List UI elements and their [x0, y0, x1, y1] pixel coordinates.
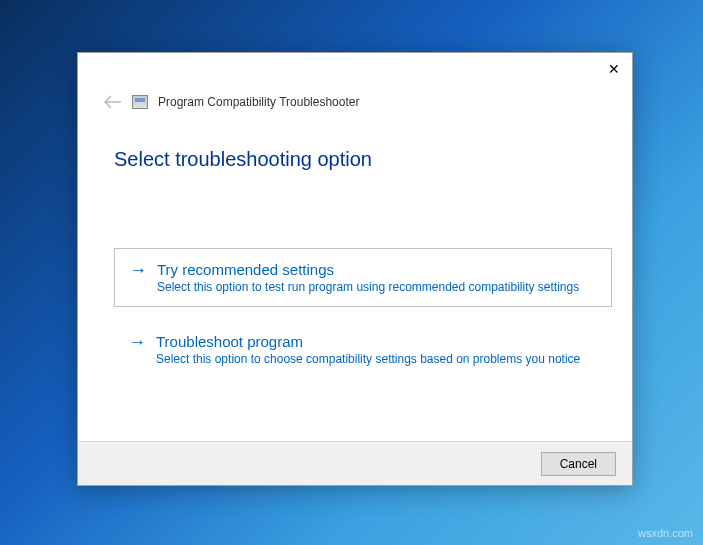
back-arrow-icon[interactable]	[104, 95, 122, 109]
cancel-button[interactable]: Cancel	[541, 452, 616, 476]
option-troubleshoot-program[interactable]: → Troubleshoot program Select this optio…	[114, 321, 612, 378]
option-text: Try recommended settings Select this opt…	[157, 261, 597, 294]
dialog-footer: Cancel	[78, 441, 632, 485]
close-button[interactable]: ✕	[604, 59, 624, 79]
options-list: → Try recommended settings Select this o…	[114, 248, 612, 392]
dialog-header: Program Compatibility Troubleshooter	[104, 95, 359, 109]
watermark: wsxdn.com	[638, 527, 693, 539]
arrow-right-icon: →	[129, 261, 147, 279]
option-title: Try recommended settings	[157, 261, 597, 278]
dialog-title: Program Compatibility Troubleshooter	[158, 95, 359, 109]
option-title: Troubleshoot program	[156, 333, 598, 350]
option-try-recommended[interactable]: → Try recommended settings Select this o…	[114, 248, 612, 307]
troubleshooter-icon	[132, 95, 148, 109]
option-description: Select this option to choose compatibili…	[156, 352, 598, 366]
option-text: Troubleshoot program Select this option …	[156, 333, 598, 366]
troubleshooter-dialog: ✕ Program Compatibility Troubleshooter S…	[77, 52, 633, 486]
option-description: Select this option to test run program u…	[157, 280, 597, 294]
arrow-right-icon: →	[128, 333, 146, 351]
main-heading: Select troubleshooting option	[114, 148, 372, 171]
